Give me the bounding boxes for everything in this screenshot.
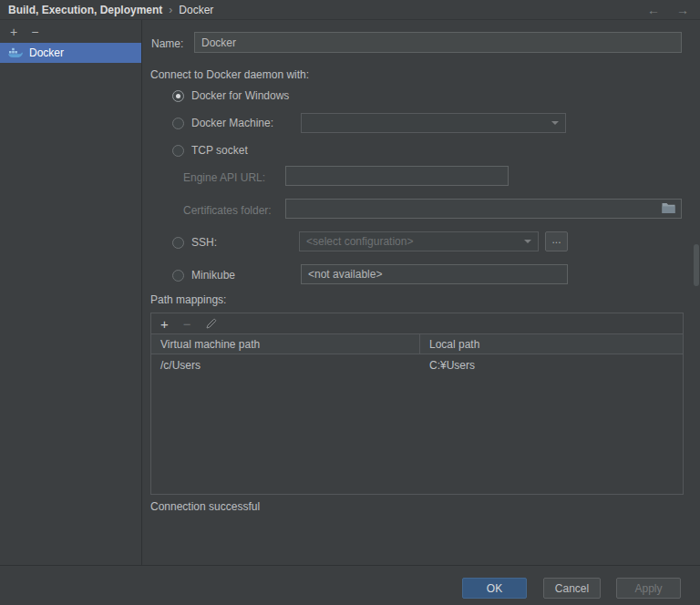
radio-minikube[interactable]: Minikube xyxy=(172,269,235,282)
radio-button-icon[interactable] xyxy=(172,90,184,102)
footer-divider xyxy=(0,565,700,566)
apply-button[interactable]: Apply xyxy=(616,578,681,599)
settings-dialog: Build, Execution, Deployment › Docker ← … xyxy=(0,0,700,605)
radio-label: Docker Machine: xyxy=(191,117,273,129)
sidebar-item-label: Docker xyxy=(29,46,64,59)
edit-pencil-icon[interactable] xyxy=(206,318,217,329)
radio-ssh[interactable]: SSH: xyxy=(172,236,217,249)
column-header-vm-path: Virtual machine path xyxy=(151,334,420,354)
sidebar-item-docker[interactable]: Docker xyxy=(0,43,141,63)
certificates-folder-label: Certificates folder: xyxy=(183,204,272,217)
radio-label: TCP socket xyxy=(191,144,248,157)
breadcrumb-bar: Build, Execution, Deployment › Docker ← … xyxy=(0,0,700,20)
path-mappings-table: + − Virtual machine path Local path /c/U… xyxy=(150,313,684,495)
add-icon[interactable]: + xyxy=(10,26,17,38)
radio-docker-machine[interactable]: Docker Machine: xyxy=(172,117,273,129)
ssh-configuration-dropdown[interactable]: <select configuration> xyxy=(299,231,539,251)
engine-api-url-label: Engine API URL: xyxy=(183,171,265,184)
remove-icon[interactable]: − xyxy=(31,26,38,38)
remove-mapping-icon[interactable]: − xyxy=(183,317,191,331)
vertical-scrollbar-thumb[interactable] xyxy=(694,244,699,286)
docker-list-sidebar: + − Docker xyxy=(0,20,142,565)
table-row[interactable]: /c/Users C:¥Users xyxy=(151,354,683,376)
radio-button-icon[interactable] xyxy=(172,145,184,157)
local-path-cell: C:¥Users xyxy=(420,359,683,372)
folder-icon[interactable] xyxy=(662,202,675,214)
name-input[interactable] xyxy=(194,32,682,53)
column-header-local-path: Local path xyxy=(420,334,683,354)
breadcrumb-separator-icon: › xyxy=(169,4,172,16)
minikube-field[interactable]: <not available> xyxy=(301,264,568,284)
breadcrumb-page: Docker xyxy=(179,4,213,16)
ssh-dropdown-value: <select configuration> xyxy=(306,235,413,248)
breadcrumb-section[interactable]: Build, Execution, Deployment xyxy=(8,4,162,16)
name-label: Name: xyxy=(151,37,183,50)
certificates-folder-field xyxy=(285,199,682,219)
add-mapping-icon[interactable]: + xyxy=(160,317,169,331)
cancel-button[interactable]: Cancel xyxy=(543,578,601,599)
engine-api-url-input[interactable] xyxy=(285,166,509,186)
forward-arrow-icon[interactable]: → xyxy=(676,4,689,16)
ok-button[interactable]: OK xyxy=(462,578,527,599)
docker-machine-dropdown[interactable] xyxy=(301,113,566,133)
vm-path-cell: /c/Users xyxy=(151,359,420,372)
path-mappings-label: Path mappings: xyxy=(150,293,226,306)
path-mappings-toolbar: + − xyxy=(151,313,683,333)
sidebar-toolbar: + − xyxy=(0,20,141,43)
minikube-value: <not available> xyxy=(308,268,382,281)
chevron-down-icon xyxy=(524,240,531,243)
ssh-browse-button[interactable]: ... xyxy=(545,231,568,251)
connect-label: Connect to Docker daemon with: xyxy=(150,68,309,81)
radio-label: SSH: xyxy=(191,236,217,249)
radio-button-icon[interactable] xyxy=(172,118,184,129)
docker-whale-icon xyxy=(8,47,23,59)
history-nav: ← → xyxy=(647,4,689,16)
radio-button-icon[interactable] xyxy=(172,270,184,282)
certificates-folder-input[interactable] xyxy=(285,199,682,219)
radio-tcp-socket[interactable]: TCP socket xyxy=(172,144,248,157)
radio-label: Docker for Windows xyxy=(191,89,289,102)
radio-label: Minikube xyxy=(191,269,235,282)
status-text: Connection successful xyxy=(150,500,260,513)
back-arrow-icon[interactable]: ← xyxy=(647,4,660,16)
radio-docker-for-windows[interactable]: Docker for Windows xyxy=(172,89,289,102)
chevron-down-icon xyxy=(551,121,559,125)
table-header: Virtual machine path Local path xyxy=(151,333,683,354)
radio-button-icon[interactable] xyxy=(172,237,184,249)
